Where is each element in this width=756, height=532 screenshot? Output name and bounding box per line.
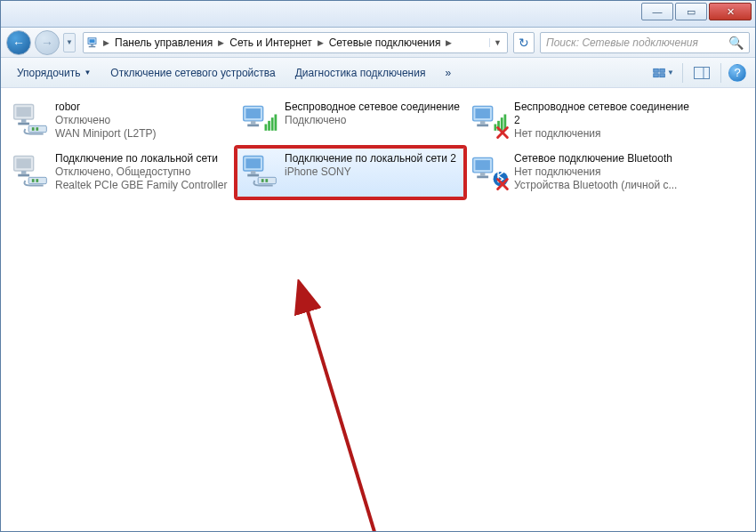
svg-rect-37 xyxy=(18,174,29,177)
breadcrumb-network-connections[interactable]: Сетевые подключения xyxy=(326,36,445,49)
disconnected-icon xyxy=(495,125,511,141)
connection-item-wifi1[interactable]: Беспроводное сетевое соединение Подключе… xyxy=(236,95,465,147)
maximize-button[interactable]: ▭ xyxy=(675,3,707,20)
connection-status: Нет подключения xyxy=(514,165,690,179)
connection-device: Устройства Bluetooth (личной с... xyxy=(514,179,690,192)
connections-grid: robor Отключено WAN Miniport (L2TP) Бесп… xyxy=(6,95,750,198)
svg-rect-43 xyxy=(251,171,256,174)
connection-item-bt[interactable]: Сетевое подключение Bluetooth Нет подклю… xyxy=(465,147,695,198)
connection-status: Подключено xyxy=(285,114,461,127)
connection-text: Подключение по локальной сети Отключено,… xyxy=(55,151,231,194)
disconnected-icon xyxy=(495,176,511,192)
preview-pane-button[interactable] xyxy=(690,62,713,84)
svg-rect-8 xyxy=(695,67,710,78)
connection-status: Нет подключения xyxy=(514,127,690,141)
overflow-button[interactable]: » xyxy=(438,62,458,84)
svg-rect-24 xyxy=(275,115,277,131)
chevron-right-icon[interactable]: ▶ xyxy=(444,38,454,47)
arrow-right-icon: → xyxy=(41,36,53,50)
lan-adapter-icon xyxy=(240,151,279,190)
help-icon: ? xyxy=(734,66,740,79)
titlebar: — ▭ ✕ xyxy=(1,1,755,28)
svg-rect-51 xyxy=(477,176,488,179)
svg-rect-4 xyxy=(654,69,658,72)
bt-adapter-icon xyxy=(470,151,509,190)
connection-item-lan1[interactable]: Подключение по локальной сети Отключено,… xyxy=(6,147,236,198)
help-button[interactable]: ? xyxy=(728,64,746,82)
address-dropdown[interactable]: ▼ xyxy=(489,38,505,47)
connection-status: Отключено, Общедоступно xyxy=(55,165,231,179)
svg-rect-36 xyxy=(21,171,26,174)
search-box[interactable]: 🔍 xyxy=(540,32,750,53)
annotation-arrow xyxy=(294,279,410,531)
chevron-right-icon[interactable]: ▶ xyxy=(316,38,326,47)
search-icon: 🔍 xyxy=(728,36,744,50)
separator xyxy=(682,63,683,83)
lan-adapter-icon xyxy=(11,100,50,139)
diagnose-button[interactable]: Диагностика подключения xyxy=(288,62,433,84)
svg-rect-50 xyxy=(480,173,486,176)
svg-rect-49 xyxy=(475,160,490,170)
svg-rect-11 xyxy=(16,107,30,117)
svg-rect-26 xyxy=(475,109,490,118)
svg-rect-39 xyxy=(32,179,35,182)
disable-device-button[interactable]: Отключение сетевого устройства xyxy=(103,62,282,84)
connection-name: Сетевое подключение Bluetooth xyxy=(514,152,690,165)
lan-adapter-icon xyxy=(11,151,50,190)
svg-rect-16 xyxy=(36,127,38,131)
connection-text: Беспроводное сетевое соединение Подключе… xyxy=(285,100,461,142)
svg-line-55 xyxy=(300,285,392,531)
connection-name: Беспроводное сетевое соединение 2 xyxy=(514,101,690,127)
connection-text: Беспроводное сетевое соединение 2 Нет по… xyxy=(514,100,690,142)
organize-button[interactable]: Упорядочить▼ xyxy=(10,62,98,84)
navigation-bar: ← → ▼ ▶ Панель управления ▶ Сеть и Интер… xyxy=(1,28,755,58)
chevron-right-icon[interactable]: ▶ xyxy=(216,38,226,47)
svg-rect-7 xyxy=(660,73,664,77)
connection-name: robor xyxy=(55,101,231,114)
svg-rect-13 xyxy=(18,123,29,125)
connection-text: Сетевое подключение Bluetooth Нет подклю… xyxy=(514,151,690,194)
svg-rect-5 xyxy=(660,69,664,72)
content-area: robor Отключено WAN Miniport (L2TP) Бесп… xyxy=(1,88,755,531)
breadcrumb-control-panel[interactable]: Панель управления xyxy=(111,36,216,49)
breadcrumb-network-internet[interactable]: Сеть и Интернет xyxy=(226,36,315,49)
connection-name: Подключение по локальной сети 2 xyxy=(285,152,461,165)
forward-button[interactable]: → xyxy=(35,30,60,55)
chevron-down-icon: ▼ xyxy=(84,69,91,77)
close-button[interactable]: ✕ xyxy=(709,3,752,20)
wifi-adapter-icon xyxy=(240,100,279,139)
connection-status: iPhone SONY xyxy=(285,165,461,179)
svg-rect-42 xyxy=(245,158,261,168)
refresh-icon: ↻ xyxy=(519,36,529,50)
svg-rect-12 xyxy=(21,119,26,123)
wifi-adapter-icon xyxy=(470,100,509,139)
svg-rect-27 xyxy=(480,121,486,125)
connection-item-robor[interactable]: robor Отключено WAN Miniport (L2TP) xyxy=(6,95,236,147)
svg-rect-46 xyxy=(261,179,264,182)
svg-rect-19 xyxy=(251,121,256,125)
svg-rect-35 xyxy=(16,158,30,168)
connection-text: Подключение по локальной сети 2 iPhone S… xyxy=(285,151,461,194)
connection-item-lan2[interactable]: Подключение по локальной сети 2 iPhone S… xyxy=(236,147,465,198)
svg-rect-2 xyxy=(91,44,93,45)
back-button[interactable]: ← xyxy=(6,30,31,55)
svg-rect-6 xyxy=(654,73,658,77)
connection-item-wifi2[interactable]: Беспроводное сетевое соединение 2 Нет по… xyxy=(465,95,695,147)
svg-rect-1 xyxy=(90,39,95,43)
connection-device: Realtek PCIe GBE Family Controller xyxy=(55,179,231,192)
svg-rect-20 xyxy=(247,125,259,127)
address-bar[interactable]: ▶ Панель управления ▶ Сеть и Интернет ▶ … xyxy=(83,32,508,53)
svg-rect-28 xyxy=(477,125,488,127)
connection-device: WAN Miniport (L2TP) xyxy=(55,127,231,141)
chevron-down-icon: ▼ xyxy=(667,69,674,77)
minimize-button[interactable]: — xyxy=(641,3,673,20)
connection-status: Отключено xyxy=(55,114,231,127)
nav-history-dropdown[interactable]: ▼ xyxy=(63,33,76,52)
svg-rect-15 xyxy=(32,127,35,131)
view-options-button[interactable]: ▼ xyxy=(652,62,675,84)
refresh-button[interactable]: ↻ xyxy=(513,32,535,53)
chevron-right-icon[interactable]: ▶ xyxy=(101,38,111,47)
separator xyxy=(720,63,721,83)
svg-rect-23 xyxy=(271,117,274,131)
search-input[interactable] xyxy=(546,36,728,49)
